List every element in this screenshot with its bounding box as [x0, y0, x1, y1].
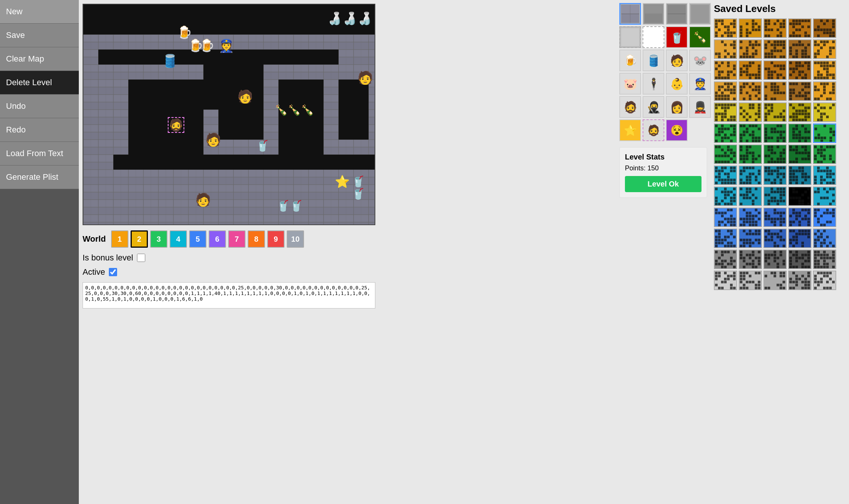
tile-pig[interactable]: 🐷: [619, 73, 641, 95]
saved-level-10[interactable]: [813, 39, 836, 59]
tile-ninja[interactable]: 🥷: [643, 96, 664, 118]
is-bonus-checkbox[interactable]: [137, 254, 145, 262]
active-checkbox[interactable]: [109, 268, 117, 276]
saved-level-55[interactable]: [813, 229, 836, 248]
saved-level-34[interactable]: [788, 144, 811, 164]
generate-plist-button[interactable]: Generate Plist: [0, 165, 79, 189]
saved-level-24[interactable]: [788, 102, 811, 122]
saved-level-49[interactable]: [788, 208, 811, 227]
saved-level-47[interactable]: [739, 208, 762, 227]
saved-level-21[interactable]: [714, 102, 737, 122]
world-btn-3[interactable]: 3: [150, 230, 167, 248]
saved-level-6[interactable]: [714, 39, 737, 59]
saved-level-45[interactable]: [813, 187, 836, 206]
saved-level-63[interactable]: [763, 271, 787, 290]
level-data-textarea[interactable]: 0,0,0,0,0,0,0,0,0,0,0,0,0,0,0,0,0,0,0,0,…: [83, 282, 375, 308]
new-button[interactable]: New: [0, 0, 79, 24]
saved-level-33[interactable]: [763, 144, 787, 164]
tile-beer-mug[interactable]: 🍺: [619, 50, 641, 71]
saved-level-53[interactable]: [763, 229, 787, 248]
tile-block1[interactable]: [619, 3, 641, 25]
tile-star[interactable]: ⭐: [619, 119, 641, 141]
tile-drunk-man[interactable]: 🧔: [643, 119, 664, 141]
saved-level-8[interactable]: [763, 39, 787, 59]
saved-level-58[interactable]: [763, 250, 787, 269]
saved-level-36[interactable]: [714, 165, 737, 185]
game-canvas[interactable]: 🍺 🍺 🍺 🍶🍶🍶 👮 🛢️ 🧑 🧑 🍾🍾🍾 🧑 🥤 🧔 ⭐: [83, 5, 375, 224]
saved-level-11[interactable]: [714, 60, 737, 80]
tile-drunk-face[interactable]: 😵: [666, 119, 688, 141]
saved-level-2[interactable]: [739, 18, 762, 38]
saved-level-61[interactable]: [714, 271, 737, 290]
saved-level-56[interactable]: [714, 250, 737, 269]
saved-level-31[interactable]: [714, 144, 737, 164]
tile-woman[interactable]: 👩: [666, 96, 688, 118]
saved-level-27[interactable]: [739, 123, 762, 143]
saved-level-9[interactable]: [788, 39, 811, 59]
saved-level-57[interactable]: [739, 250, 762, 269]
world-btn-4[interactable]: 4: [170, 230, 187, 248]
saved-level-43[interactable]: [763, 187, 787, 206]
saved-level-51[interactable]: [714, 229, 737, 248]
world-btn-8[interactable]: 8: [248, 230, 265, 248]
saved-level-3[interactable]: [763, 18, 787, 38]
tile-man1[interactable]: 🧑: [666, 50, 688, 71]
level-ok-button[interactable]: Level Ok: [625, 176, 701, 192]
saved-level-22[interactable]: [739, 102, 762, 122]
world-btn-7[interactable]: 7: [228, 230, 245, 248]
tile-cola[interactable]: 🥤: [666, 26, 688, 48]
world-btn-1[interactable]: 1: [111, 230, 128, 248]
tile-block2[interactable]: [643, 3, 664, 25]
saved-level-37[interactable]: [739, 165, 762, 185]
saved-level-38[interactable]: [763, 165, 787, 185]
tile-baby[interactable]: 👶: [666, 73, 688, 95]
world-btn-9[interactable]: 9: [267, 230, 285, 248]
saved-level-12[interactable]: [739, 60, 762, 80]
world-btn-5[interactable]: 5: [189, 230, 206, 248]
load-from-text-button[interactable]: Load From Text: [0, 142, 79, 165]
tile-man2[interactable]: 🕴️: [643, 73, 664, 95]
saved-level-30[interactable]: [813, 123, 836, 143]
saved-level-60[interactable]: [813, 250, 836, 269]
saved-level-42[interactable]: [739, 187, 762, 206]
saved-level-13[interactable]: [763, 60, 787, 80]
undo-button[interactable]: Undo: [0, 95, 79, 118]
saved-level-64[interactable]: [788, 271, 811, 290]
save-button[interactable]: Save: [0, 24, 79, 47]
saved-level-4[interactable]: [788, 18, 811, 38]
saved-level-19[interactable]: [788, 81, 811, 101]
tile-dashed[interactable]: [619, 26, 641, 48]
saved-level-16[interactable]: [714, 81, 737, 101]
saved-level-20[interactable]: [813, 81, 836, 101]
saved-level-40[interactable]: [813, 165, 836, 185]
saved-level-62[interactable]: [739, 271, 762, 290]
saved-level-44[interactable]: [788, 187, 811, 206]
saved-level-7[interactable]: [739, 39, 762, 59]
tile-soldier[interactable]: 💂: [689, 96, 711, 118]
saved-level-1[interactable]: [714, 18, 737, 38]
saved-level-23[interactable]: [763, 102, 787, 122]
tile-barrel[interactable]: 🛢️: [643, 50, 664, 71]
world-btn-10[interactable]: 10: [287, 230, 304, 248]
tile-empty[interactable]: [643, 26, 664, 48]
game-map[interactable]: 🍺 🍺 🍺 🍶🍶🍶 👮 🛢️ 🧑 🧑 🍾🍾🍾 🧑 🥤 🧔 ⭐: [83, 4, 375, 225]
saved-level-26[interactable]: [714, 123, 737, 143]
tile-man3[interactable]: 🧔: [619, 96, 641, 118]
saved-level-28[interactable]: [763, 123, 787, 143]
saved-level-59[interactable]: [788, 250, 811, 269]
world-btn-2[interactable]: 2: [131, 230, 148, 248]
tile-rat[interactable]: 🐭: [689, 50, 711, 71]
saved-level-35[interactable]: [813, 144, 836, 164]
tile-beer-bottle[interactable]: 🍾: [689, 26, 711, 48]
redo-button[interactable]: Redo: [0, 118, 79, 142]
saved-level-41[interactable]: [714, 187, 737, 206]
tile-block3[interactable]: [666, 3, 688, 25]
saved-level-25[interactable]: [813, 102, 836, 122]
delete-level-button[interactable]: Delete Level: [0, 71, 79, 95]
saved-level-29[interactable]: [788, 123, 811, 143]
saved-level-17[interactable]: [739, 81, 762, 101]
saved-level-18[interactable]: [763, 81, 787, 101]
saved-level-15[interactable]: [813, 60, 836, 80]
saved-level-52[interactable]: [739, 229, 762, 248]
saved-level-5[interactable]: [813, 18, 836, 38]
